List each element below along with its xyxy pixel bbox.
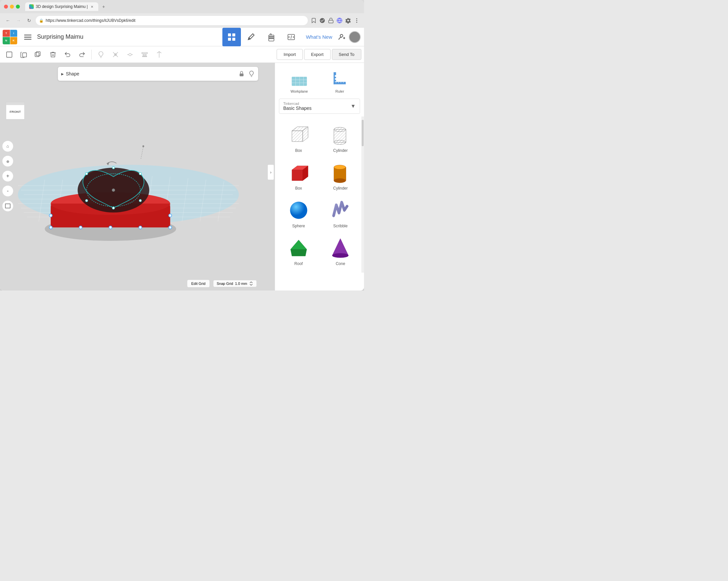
shape-panel-header: ▶ Shape (58, 67, 258, 81)
bottom-bar: Edit Grid Snap Grid 1.0 mm (187, 280, 257, 287)
import-button[interactable]: Import (277, 49, 303, 60)
lightbulb-shape-icon[interactable] (248, 71, 255, 77)
shape-item-scribble[interactable]: Scribble (320, 194, 362, 232)
shape-item-box-solid[interactable]: Box (278, 157, 320, 194)
canvas-area[interactable]: FRONT ⌂ ⊕ + - (0, 63, 275, 290)
close-window-button[interactable] (4, 5, 8, 8)
workplane-tool[interactable]: Workplane (289, 68, 309, 93)
url-text: https://www.tinkercad.com/things/itJUBVs… (46, 18, 135, 23)
bookmark-icon[interactable] (310, 17, 317, 24)
svg-point-53 (49, 214, 52, 217)
delete-button[interactable] (46, 48, 59, 61)
svg-point-60 (139, 226, 142, 229)
shape-item-box-wireframe[interactable]: Box (278, 119, 320, 157)
flip-button[interactable] (153, 48, 166, 61)
active-tab[interactable]: 3D design Surprising Maimu | ✕ (25, 2, 98, 11)
svg-rect-87 (240, 74, 243, 76)
shape-cone-label: Cone (336, 261, 345, 266)
shapes-source-label: Tinkercad (283, 102, 312, 106)
panel-scrollbar-track[interactable] (361, 116, 364, 273)
settings-icon[interactable] (345, 17, 352, 24)
shapes-dropdown-info: Tinkercad Basic Shapes (283, 102, 312, 111)
shape-item-cylinder-wireframe[interactable]: Cylinder (320, 119, 362, 157)
url-bar[interactable]: 🔒 https://www.tinkercad.com/things/itJUB… (36, 16, 308, 25)
svg-text:›: › (270, 170, 271, 175)
svg-marker-99 (292, 131, 303, 141)
lock-icon: 🔒 (39, 19, 44, 23)
refresh-button[interactable]: ↻ (25, 17, 33, 25)
ruler-label: Ruler (336, 89, 344, 93)
clipboard-button[interactable] (262, 28, 281, 46)
menu-button[interactable] (21, 30, 34, 44)
dropdown-arrow-icon: ▼ (350, 103, 356, 109)
export-button[interactable]: Export (304, 49, 331, 60)
lock-shape-icon[interactable] (238, 71, 245, 77)
more-icon[interactable] (354, 17, 360, 24)
ruler-tool[interactable]: Ruler (330, 68, 350, 93)
minimize-window-button[interactable] (10, 5, 14, 8)
snap-grid-stepper-icon[interactable] (249, 282, 253, 286)
shape-item-cone[interactable]: Cone (320, 232, 362, 270)
shape-item-cylinder-solid[interactable]: Cylinder (320, 157, 362, 194)
new-tab-button[interactable]: + (100, 3, 107, 10)
forward-button[interactable]: → (15, 17, 23, 25)
svg-rect-6 (24, 34, 31, 35)
vpn-icon[interactable] (336, 17, 343, 24)
snap-button[interactable] (109, 48, 122, 61)
project-name: Surprising Maimu (37, 33, 128, 41)
mirror-button[interactable] (124, 48, 137, 61)
svg-rect-27 (143, 54, 146, 56)
svg-rect-10 (232, 33, 235, 36)
cylinder-solid-icon (329, 161, 352, 184)
svg-rect-22 (35, 52, 39, 57)
user-profile-button[interactable] (348, 30, 361, 44)
grid-view-button[interactable] (223, 28, 241, 46)
edit-grid-button[interactable]: Edit Grid (187, 280, 209, 287)
svg-point-105 (334, 140, 346, 144)
panel-scrollbar-thumb[interactable] (362, 120, 364, 146)
paste-button[interactable] (17, 48, 30, 61)
shapes-library-dropdown[interactable]: Tinkercad Basic Shapes ▼ (279, 99, 360, 114)
shapes-scroll-area: Box (275, 116, 364, 273)
code-button[interactable] (282, 28, 301, 46)
svg-rect-9 (228, 33, 231, 36)
ruler-icon (330, 68, 350, 88)
light-bulb-button[interactable] (94, 48, 107, 61)
svg-rect-7 (24, 37, 31, 37)
expand-icon: ▶ (61, 72, 64, 76)
tab-close-button[interactable]: ✕ (90, 4, 94, 9)
snap-grid-label: Snap Grid (217, 282, 233, 286)
svg-point-57 (109, 226, 112, 229)
redo-button[interactable] (75, 48, 89, 61)
align-button[interactable] (138, 48, 151, 61)
svg-rect-73 (6, 102, 25, 105)
right-panel: Workplane (275, 63, 364, 290)
tinkercad-logo[interactable]: T I N K (3, 30, 17, 44)
cone-icon (329, 236, 352, 259)
svg-rect-23 (36, 51, 41, 56)
back-button[interactable]: ← (4, 17, 12, 25)
workplane-icon (289, 68, 309, 88)
shape-scribble-label: Scribble (333, 224, 347, 228)
maximize-window-button[interactable] (16, 5, 20, 8)
box-wireframe-icon (287, 123, 310, 146)
send-to-button[interactable]: Send To (332, 49, 361, 60)
duplicate-button[interactable] (32, 48, 45, 61)
undo-button[interactable] (61, 48, 74, 61)
shape-item-sphere-solid[interactable]: Sphere (278, 194, 320, 232)
shape-item-roof[interactable]: Roof (278, 232, 320, 270)
svg-rect-26 (142, 52, 148, 54)
extension-icon[interactable] (319, 17, 326, 24)
top-toolbar: T I N K Surprising Maimu (0, 28, 364, 46)
svg-rect-0 (329, 20, 333, 23)
add-user-button[interactable] (338, 32, 347, 42)
sphere-solid-icon (287, 199, 310, 222)
svg-text:-: - (7, 188, 8, 193)
password-icon[interactable] (328, 17, 334, 24)
box-solid-icon (287, 161, 310, 184)
whats-new-button[interactable]: What's New (302, 31, 336, 42)
svg-rect-15 (269, 38, 273, 39)
svg-marker-114 (290, 249, 307, 256)
transform-button[interactable] (242, 28, 261, 46)
new-design-button[interactable] (3, 48, 16, 61)
